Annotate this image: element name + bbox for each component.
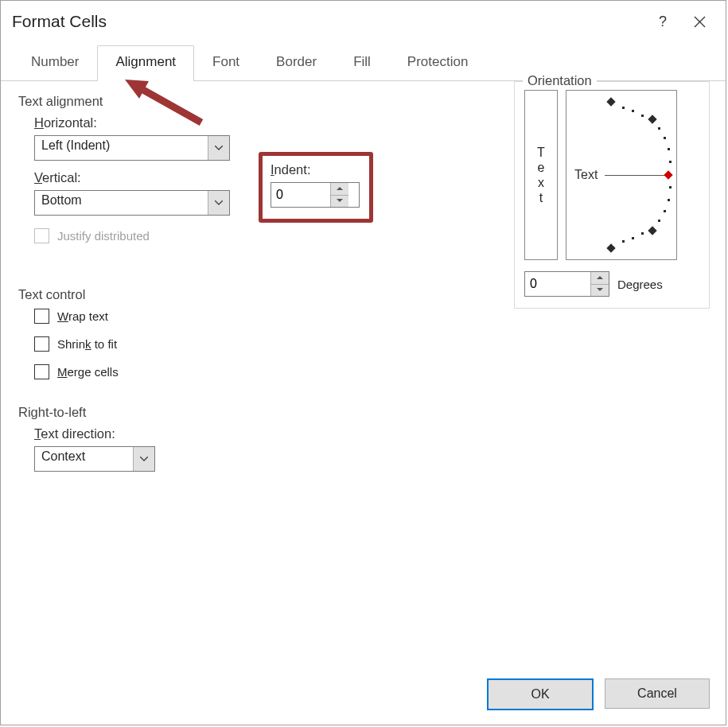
tab-fill[interactable]: Fill xyxy=(335,45,389,81)
annotation-arrow xyxy=(122,75,209,130)
tab-border[interactable]: Border xyxy=(258,45,335,81)
chevron-down-icon xyxy=(208,136,229,160)
degrees-up[interactable] xyxy=(591,272,609,285)
shrink-to-fit-label: Shrink to fit xyxy=(57,337,117,351)
chevron-down-icon xyxy=(208,191,229,215)
text-direction-combo[interactable]: Context xyxy=(34,446,155,472)
dialog-footer: OK Cancel xyxy=(487,678,710,710)
wrap-text-label: Wrap text xyxy=(57,309,108,323)
vertical-combo[interactable]: Bottom xyxy=(34,190,230,216)
chevron-up-icon xyxy=(337,187,343,191)
degrees-down[interactable] xyxy=(591,285,609,297)
help-icon: ? xyxy=(659,14,667,30)
orientation-vertical-text[interactable]: T e x t xyxy=(524,90,558,260)
angle-current-marker xyxy=(664,170,672,179)
indent-down[interactable] xyxy=(331,196,348,208)
checkbox-icon xyxy=(34,309,49,324)
ok-button[interactable]: OK xyxy=(487,678,594,710)
horizontal-combo[interactable]: Left (Indent) xyxy=(34,135,230,161)
angle-text-label: Text xyxy=(574,168,598,182)
titlebar: Format Cells ? xyxy=(1,1,726,42)
annotation-highlight-box: Indent: xyxy=(259,152,373,223)
checkbox-icon xyxy=(34,364,49,379)
orientation-angle-picker[interactable]: Text xyxy=(566,90,677,260)
group-label-orientation: Orientation xyxy=(523,73,597,88)
help-button[interactable]: ? xyxy=(644,3,681,40)
label-text-direction: Text direction: xyxy=(34,426,710,441)
merge-cells-label: Merge cells xyxy=(57,365,119,379)
horizontal-value: Left (Indent) xyxy=(35,136,208,160)
chevron-down-icon xyxy=(337,199,343,203)
label-degrees: Degrees xyxy=(617,278,663,291)
tab-protection[interactable]: Protection xyxy=(389,45,487,81)
cancel-button[interactable]: Cancel xyxy=(605,678,710,709)
chevron-down-icon xyxy=(597,288,603,292)
shrink-to-fit-checkbox[interactable]: Shrink to fit xyxy=(34,336,710,352)
degrees-spinner[interactable] xyxy=(524,271,609,297)
degrees-value[interactable] xyxy=(525,272,590,296)
tab-content: Text alignment Horizontal: Left (Indent)… xyxy=(1,81,726,478)
group-label-rtl: Right-to-left xyxy=(18,405,92,420)
tab-number[interactable]: Number xyxy=(13,45,97,81)
wrap-text-checkbox[interactable]: Wrap text xyxy=(34,309,710,324)
chevron-down-icon xyxy=(133,447,154,471)
checkbox-icon xyxy=(34,336,49,352)
group-orientation: Orientation T e x t Text xyxy=(514,81,710,309)
indent-value[interactable] xyxy=(271,183,330,207)
close-button[interactable] xyxy=(681,3,718,40)
checkbox-icon xyxy=(34,228,49,243)
vertical-value: Bottom xyxy=(35,191,208,215)
dialog-title: Format Cells xyxy=(12,12,107,31)
tab-strip: Number Alignment Font Border Fill Protec… xyxy=(1,45,726,81)
indent-spinner[interactable] xyxy=(271,182,360,208)
merge-cells-checkbox[interactable]: Merge cells xyxy=(34,364,710,379)
format-cells-dialog: Format Cells ? Number Alignment Font Bor… xyxy=(0,0,726,725)
group-label-text-alignment: Text alignment xyxy=(18,94,109,109)
close-icon xyxy=(694,16,706,28)
label-indent: Indent: xyxy=(271,162,360,177)
indent-up[interactable] xyxy=(331,183,348,196)
justify-distributed-label: Justify distributed xyxy=(57,229,150,243)
group-right-to-left: Right-to-left Text direction: Context xyxy=(18,405,710,478)
chevron-up-icon xyxy=(597,276,603,280)
group-label-text-control: Text control xyxy=(18,287,91,302)
text-direction-value: Context xyxy=(35,447,133,471)
